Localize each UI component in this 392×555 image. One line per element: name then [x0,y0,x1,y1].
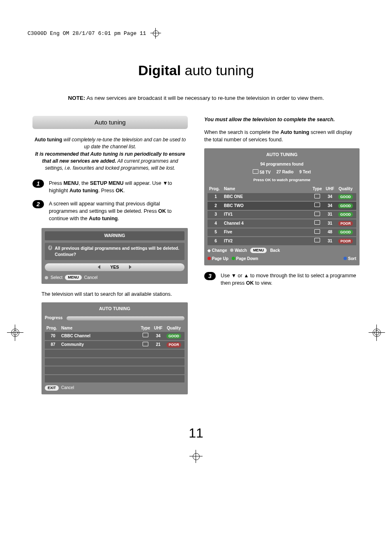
table-row [45,375,184,383]
dot-icon [230,249,233,252]
step-1-badge: 1 [32,180,44,188]
warning-yes-button[interactable]: YES [45,263,184,271]
result-footer-2: Page Up Page Down Sort [208,256,356,262]
cancel-label: Cancel [84,274,98,281]
crop-mark-right [369,325,385,341]
note-label: NOTE: [68,95,85,101]
print-mark-text: C3000D Eng OM 28/1/07 6:01 pm Page 11 [28,30,146,37]
result-summary: 58 TV 27 Radio 9 Text [208,169,356,176]
select-label: Select [51,274,62,281]
intro-block: Auto tuning will completely re-tune the … [32,136,188,172]
table-row[interactable]: 2BBC TWO34GOOD [208,202,356,210]
table-row[interactable]: 4Channel 431POOR [208,219,356,228]
page-number: 11 [28,426,364,441]
menu-pill: MENU [250,248,267,253]
table-row[interactable]: 5Five48GOOD [208,228,356,237]
step-3-text: Use ▼ or ▲ to move through the list to s… [221,272,360,287]
title-bold: Digital [138,62,181,78]
crop-mark-left [7,325,23,341]
table-row[interactable]: 87Community21POOR [45,341,184,349]
page-title: Digital auto tuning [28,62,364,78]
tv-icon [314,220,320,225]
result-found: 94 programmes found [208,161,356,168]
warning-osd-title: WARNING [45,231,184,240]
table-row[interactable]: 3ITV131GOOD [208,211,356,219]
tv-icon [314,194,320,198]
red-dot-icon [208,257,211,260]
quality-badge: GOOD [338,203,353,208]
result-table-head: Prog. Name Type UHF Quality [208,185,356,193]
quality-badge: GOOD [338,212,353,217]
table-row[interactable]: 70CBBC Channel34GOOD [45,332,184,340]
quality-badge: GOOD [338,194,353,199]
table-row[interactable]: 6ITV231POOR [208,237,356,245]
dot-icon [45,276,48,279]
crop-mark-bottom [190,451,202,462]
menu-pill: MENU [65,275,82,280]
intro-1a: Auto tuning [35,137,62,143]
step-2: 2 A screen will appear warning that prev… [32,200,188,222]
summary-radio: 27 Radio [277,169,294,176]
progress-row: Progress [45,315,184,321]
quality-badge: GOOD [166,334,181,339]
section-header: Auto tuning [32,116,188,129]
right-column: You must allow the television to complet… [204,116,360,401]
scan-footer: EXIT Cancel [45,385,184,391]
table-row [45,366,184,374]
blue-dot-icon [344,257,347,260]
result-footer-1: ◈ Change Watch MENU Back [208,248,356,254]
table-row [45,350,184,357]
intro-1b: will completely re-tune the television a… [62,137,186,150]
result-osd: AUTO TUNING 94 programmes found 58 TV 27… [204,148,360,265]
right-intro-bold: You must allow the television to complet… [204,117,335,122]
step-3-badge: 3 [204,272,216,280]
quality-badge: POOR [166,342,181,347]
tv-icon [253,169,258,174]
quality-badge: POOR [338,221,353,226]
after-warning-text: The television will start to search for … [42,290,188,298]
scan-table-head: Prog. Name Type UHF Quality [45,325,184,332]
step-2-badge: 2 [32,200,44,208]
summary-text: 9 Text [299,169,311,176]
info-icon: i [48,245,52,250]
warning-osd-body: i All previous digital programmes and se… [45,243,184,260]
tv-icon [143,342,148,346]
result-osd-title: AUTO TUNING [208,152,356,158]
scan-osd-title: AUTO TUNING [45,306,184,312]
step-2-text: A screen will appear warning that previo… [49,200,188,222]
step-3: 3 Use ▼ or ▲ to move through the list to… [204,272,360,287]
table-row [45,358,184,366]
tv-icon [314,203,320,207]
scan-cancel-label: Cancel [61,385,74,391]
result-prompt: Press OK to watch programme [208,177,356,183]
quality-badge: POOR [338,239,353,244]
registration-mark-icon [151,29,160,38]
warning-footer: Select MENU Cancel [45,274,184,281]
tv-icon [314,229,320,234]
print-mark-header: C3000D Eng OM 28/1/07 6:01 pm Page 11 [28,29,364,38]
scan-osd: AUTO TUNING Progress Prog. Name Type UHF… [42,302,188,394]
step-1-text: Press MENU, the SETUP MENU will appear. … [49,180,188,194]
warning-osd: WARNING i All previous digital programme… [42,228,188,284]
title-rest: auto tuning [181,62,254,78]
progress-label: Progress [45,315,62,321]
step-1: 1 Press MENU, the SETUP MENU will appear… [32,180,188,194]
right-para: When the search is complete the Auto tun… [204,129,360,143]
summary-tv: 58 TV [253,169,270,176]
table-row[interactable]: 1BBC ONE34GOOD [208,193,356,201]
progress-bar [67,316,184,320]
note-text: As new services are broadcast it will be… [85,95,324,101]
warning-body-text: All previous digital programmes and sett… [55,245,181,258]
quality-badge: GOOD [338,230,353,235]
left-column: Auto tuning Auto tuning will completely … [32,116,188,401]
tv-icon [314,212,320,216]
tv-icon [314,238,320,242]
tv-icon [143,333,148,337]
green-dot-icon [232,257,235,260]
exit-pill: EXIT [45,385,59,391]
note-line: NOTE: As new services are broadcast it w… [28,95,364,101]
